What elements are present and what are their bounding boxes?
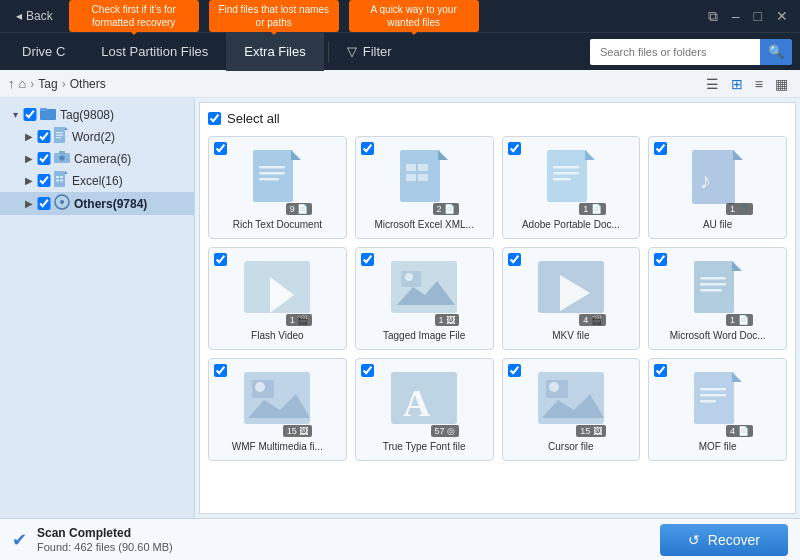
svg-rect-64 [700, 394, 726, 397]
view-detail-icon[interactable]: ☰ [702, 74, 723, 94]
tree-check-excel[interactable] [36, 174, 52, 187]
select-all-checkbox[interactable] [208, 112, 221, 125]
recover-button[interactable]: ↺ Recover [660, 524, 788, 556]
file-badge-cur: 15 🖼 [576, 425, 606, 437]
minimize-icon[interactable]: – [728, 8, 744, 25]
file-badge-au: 1 🎵 [726, 203, 753, 215]
file-check-au[interactable] [654, 142, 667, 155]
svg-rect-30 [547, 150, 587, 202]
file-card-pdf[interactable]: 1 📄 Adobe Portable Doc... [502, 136, 641, 239]
svg-rect-10 [59, 151, 65, 154]
nav-bar: Drive C Lost Partition Files Extra Files… [0, 32, 800, 70]
tree-check-camera[interactable] [36, 152, 52, 165]
file-card-mkv[interactable]: 4 🎬 MKV file [502, 247, 641, 350]
nav-divider [328, 42, 329, 62]
file-check-rtf[interactable] [214, 142, 227, 155]
file-card-flv[interactable]: 1 🎬 Flash Video [208, 247, 347, 350]
search-button[interactable]: 🔍 [760, 39, 792, 65]
view-list-icon[interactable]: ≡ [751, 74, 767, 94]
sidebar-item-word[interactable]: ▶ Word(2) [0, 125, 194, 148]
svg-rect-33 [553, 172, 579, 175]
svg-rect-16 [60, 180, 63, 182]
tree-toggle-tag[interactable]: ▾ [8, 109, 22, 120]
view-grid-icon[interactable]: ⊞ [727, 74, 747, 94]
window-controls: ⧉ – □ ✕ [704, 8, 792, 25]
svg-marker-31 [585, 150, 595, 160]
file-card-rtf[interactable]: 9 📄 Rich Text Document [208, 136, 347, 239]
content-area: Select all 9 📄 Rich Text Document 2 📄 M [199, 102, 796, 514]
svg-point-42 [405, 273, 413, 281]
svg-rect-11 [54, 171, 65, 187]
file-name-rtf: Rich Text Document [217, 219, 338, 230]
file-check-cur[interactable] [508, 364, 521, 377]
tab-extra-files[interactable]: Extra Files [226, 33, 323, 71]
back-button[interactable]: ◂ Back [8, 7, 61, 25]
file-icon-mof: 4 📄 [683, 367, 753, 437]
maximize-icon[interactable]: □ [750, 8, 766, 25]
sidebar-item-tag[interactable]: ▾ Tag(9808) [0, 104, 194, 125]
svg-point-9 [60, 156, 64, 160]
file-card-ttf[interactable]: A 57 ◎ True Type Font file [355, 358, 494, 461]
view-large-icon[interactable]: ▦ [771, 74, 792, 94]
svg-point-59 [549, 382, 559, 392]
breadcrumb-tag[interactable]: Tag [38, 77, 57, 91]
svg-rect-13 [56, 176, 59, 178]
back-label: Back [26, 9, 53, 23]
svg-text:A: A [403, 382, 431, 424]
breadcrumb-up-icon[interactable]: ↑ [8, 76, 15, 91]
svg-marker-3 [65, 127, 68, 130]
tab-lost-partition[interactable]: Lost Partition Files [83, 33, 226, 71]
doc-icon-word [54, 127, 68, 146]
file-card-wmf[interactable]: 15 🖼 WMF Multimedia fi... [208, 358, 347, 461]
tree-check-word[interactable] [36, 130, 52, 143]
tree-toggle-others[interactable]: ▶ [22, 198, 36, 209]
file-card-cur[interactable]: 15 🖼 Cursor file [502, 358, 641, 461]
tab-drive-c[interactable]: Drive C [4, 33, 83, 71]
file-card-doc[interactable]: 1 📄 Microsoft Word Doc... [648, 247, 787, 350]
tree-toggle-excel[interactable]: ▶ [22, 175, 36, 186]
file-name-cur: Cursor file [511, 441, 632, 452]
tooltip-container: Check first if it's for formatted recove… [69, 0, 704, 32]
file-card-xlsx[interactable]: 2 📄 Microsoft Excel XML... [355, 136, 494, 239]
search-input[interactable] [590, 39, 760, 65]
breadcrumb-others[interactable]: Others [70, 77, 106, 91]
file-check-flv[interactable] [214, 253, 227, 266]
sidebar-item-camera[interactable]: ▶ Camera(6) [0, 148, 194, 169]
scan-text: Scan Completed Found: 462 files (90.60 M… [37, 526, 173, 554]
file-badge-pdf: 1 📄 [579, 203, 606, 215]
svg-rect-1 [40, 108, 47, 111]
tree-toggle-word[interactable]: ▶ [22, 131, 36, 142]
close-icon[interactable]: ✕ [772, 8, 792, 25]
file-icon-rtf: 9 📄 [242, 145, 312, 215]
recover-icon: ↺ [688, 532, 700, 548]
file-check-wmf[interactable] [214, 364, 227, 377]
tree-check-others[interactable] [36, 197, 52, 210]
file-check-mkv[interactable] [508, 253, 521, 266]
camera-icon [54, 150, 70, 167]
file-icon-xlsx: 2 📄 [389, 145, 459, 215]
svg-rect-28 [406, 174, 416, 181]
file-check-mof[interactable] [654, 364, 667, 377]
file-card-au[interactable]: ♪ 1 🎵 AU file [648, 136, 787, 239]
restore-icon[interactable]: ⧉ [704, 8, 722, 25]
file-check-pdf[interactable] [508, 142, 521, 155]
tree-toggle-camera[interactable]: ▶ [22, 153, 36, 164]
view-icons: ☰ ⊞ ≡ ▦ [702, 74, 792, 94]
sidebar-item-excel[interactable]: ▶ Excel(16) [0, 169, 194, 192]
sidebar-item-others[interactable]: ▶ Others(9784) [0, 192, 194, 215]
tab-filter[interactable]: ▽ Filter [333, 36, 406, 67]
svg-rect-40 [391, 261, 457, 313]
svg-rect-50 [700, 289, 722, 292]
tree-check-tag[interactable] [22, 108, 38, 121]
file-check-xlsx[interactable] [361, 142, 374, 155]
svg-rect-48 [700, 277, 726, 280]
file-card-mof[interactable]: 4 📄 MOF file [648, 358, 787, 461]
file-check-ttf[interactable] [361, 364, 374, 377]
file-card-tif[interactable]: 1 🖼 Tagged Image File [355, 247, 494, 350]
file-check-tif[interactable] [361, 253, 374, 266]
svg-rect-34 [553, 178, 571, 181]
svg-marker-36 [733, 150, 743, 160]
file-check-doc[interactable] [654, 253, 667, 266]
breadcrumb-home-icon[interactable]: ⌂ [19, 76, 27, 91]
svg-rect-35 [692, 150, 735, 204]
